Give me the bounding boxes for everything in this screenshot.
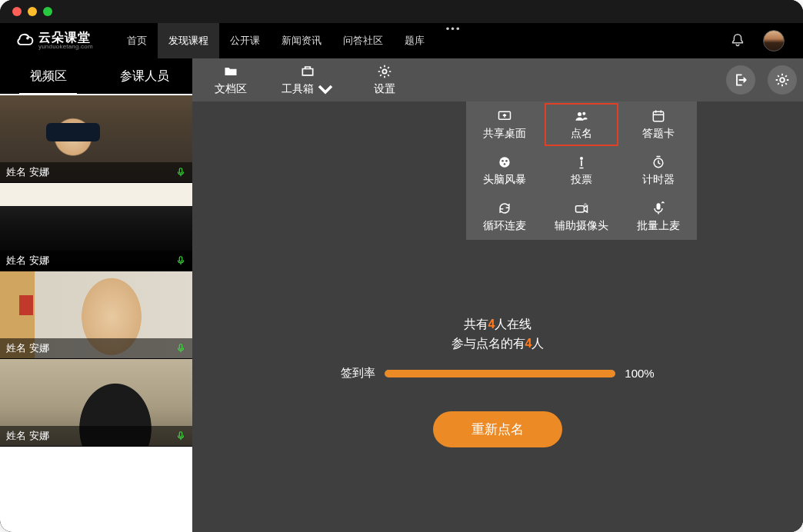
tool-label: 头脑风暴 (483, 173, 526, 187)
video-cell[interactable]: 姓名 安娜 (0, 95, 192, 183)
svg-point-10 (504, 163, 506, 165)
video-cell[interactable]: 姓名 安娜 (0, 183, 192, 271)
folder-icon (222, 64, 239, 79)
nav-news[interactable]: 新闻资讯 (271, 23, 332, 58)
camera-icon (573, 201, 590, 216)
name-prefix: 姓名 (6, 430, 26, 441)
tab-label: 文档区 (215, 82, 247, 96)
cycle-icon (496, 201, 513, 216)
nav-discover[interactable]: 发现课程 (158, 23, 219, 58)
tool-label: 共享桌面 (483, 127, 526, 141)
logo-sub: yunduoketang.com (38, 44, 93, 50)
participant-name: 安娜 (29, 430, 49, 441)
tool-label: 投票 (571, 173, 592, 187)
nav-more[interactable]: ••• (435, 23, 472, 58)
tool-vote[interactable]: 投票 (543, 148, 620, 194)
maximize-window[interactable] (43, 7, 52, 16)
caret-down-icon (317, 81, 334, 97)
svg-point-8 (501, 160, 504, 162)
tool-brainstorm[interactable]: 头脑风暴 (466, 148, 543, 194)
video-cell[interactable]: 姓名 安娜 (0, 271, 192, 359)
tool-share-screen[interactable]: 共享桌面 (466, 101, 543, 148)
brand-logo[interactable]: 云朵课堂 yunduoketang.com (14, 31, 93, 51)
tool-timer[interactable]: 计时器 (620, 148, 697, 194)
sidebar: 视频区 参课人员 姓名 安娜 (0, 58, 192, 532)
svg-rect-15 (657, 203, 661, 209)
close-window[interactable] (12, 7, 22, 16)
exit-icon (733, 72, 748, 88)
svg-rect-6 (653, 111, 663, 121)
mic-icon[interactable] (175, 431, 186, 441)
mic-icon[interactable] (175, 255, 186, 266)
mic-up-icon (650, 201, 667, 216)
video-cell[interactable]: 姓名 安娜 (0, 359, 192, 447)
share-screen-icon (496, 108, 513, 124)
progress-fill (385, 370, 615, 377)
main-area: 文档区 工具箱 设置 (192, 58, 803, 532)
svg-point-11 (580, 157, 583, 160)
toolbox-icon (299, 63, 316, 78)
progress-bar (385, 370, 615, 377)
tool-roll-call[interactable]: 点名 (543, 101, 620, 148)
redo-rollcall-button[interactable]: 重新点名 (433, 411, 562, 447)
svg-point-2 (780, 78, 785, 82)
tab-toolbox[interactable]: 工具箱 (269, 58, 346, 101)
svg-point-1 (382, 69, 386, 73)
tool-batch-mic[interactable]: 批量上麦 (620, 194, 697, 240)
rate-label: 签到率 (341, 366, 375, 381)
svg-rect-13 (576, 206, 585, 212)
gear-icon (376, 64, 393, 79)
app-window: 云朵课堂 yunduoketang.com 首页 发现课程 公开课 新闻资讯 问… (0, 0, 803, 532)
svg-point-0 (26, 37, 29, 40)
progress-row: 签到率 100% (341, 366, 654, 381)
tool-aux-camera[interactable]: 辅助摄像头 (543, 194, 620, 240)
calendar-icon (650, 108, 667, 124)
vote-icon (573, 155, 590, 170)
participant-name: 安娜 (29, 166, 49, 178)
tab-label: 工具箱 (282, 82, 314, 96)
nav-home[interactable]: 首页 (116, 23, 158, 58)
nav-items: 首页 发现课程 公开课 新闻资讯 问答社区 题库 ••• (116, 23, 472, 58)
window-titlebar (0, 0, 803, 23)
nav-bank[interactable]: 题库 (394, 23, 435, 58)
tool-cycle-mic[interactable]: 循环连麦 (466, 194, 543, 240)
name-prefix: 姓名 (6, 254, 26, 266)
tab-doc-area[interactable]: 文档区 (192, 58, 269, 101)
window-controls (12, 7, 52, 16)
tool-label: 辅助摄像头 (555, 219, 608, 233)
svg-point-7 (499, 157, 509, 167)
nav-open[interactable]: 公开课 (219, 23, 271, 58)
timer-icon (650, 155, 667, 170)
mic-icon[interactable] (175, 343, 186, 354)
tab-attendees[interactable]: 参课人员 (96, 58, 192, 94)
minimize-window[interactable] (28, 7, 37, 16)
rate-pct: 100% (625, 367, 654, 380)
mic-icon[interactable] (175, 167, 186, 178)
settings-button[interactable] (768, 65, 797, 95)
svg-point-5 (582, 112, 585, 115)
tab-label: 设置 (374, 82, 395, 96)
logo-title: 云朵课堂 (38, 32, 93, 44)
video-list: 姓名 安娜 姓名 安娜 (0, 95, 192, 532)
participant-name: 安娜 (29, 254, 49, 266)
tool-label: 点名 (571, 127, 592, 141)
online-line: 共有4人在线 (464, 317, 532, 333)
user-avatar[interactable] (763, 30, 785, 52)
people-icon (573, 108, 590, 124)
top-nav: 云朵课堂 yunduoketang.com 首页 发现课程 公开课 新闻资讯 问… (0, 23, 803, 58)
tool-answer-card[interactable]: 答题卡 (620, 101, 697, 148)
tab-settings[interactable]: 设置 (346, 58, 423, 101)
gear-icon (775, 72, 790, 88)
name-prefix: 姓名 (6, 342, 26, 354)
tab-video[interactable]: 视频区 (0, 58, 96, 94)
nav-qa[interactable]: 问答社区 (332, 23, 394, 58)
video-cell-empty (0, 447, 192, 532)
name-prefix: 姓名 (6, 166, 26, 178)
sidebar-tabs: 视频区 参课人员 (0, 58, 192, 95)
cloud-icon (14, 31, 34, 51)
bell-icon[interactable] (729, 32, 746, 49)
film-icon (496, 155, 513, 170)
exit-button[interactable] (726, 65, 755, 95)
svg-point-9 (505, 160, 508, 162)
tool-label: 计时器 (642, 173, 675, 187)
